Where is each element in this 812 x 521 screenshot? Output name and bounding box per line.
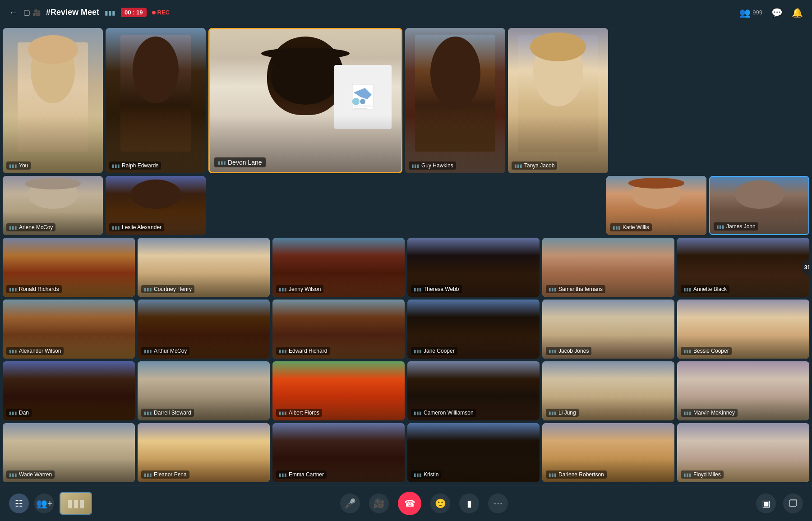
name-samantha: Samantha fernans [558, 286, 603, 292]
tile-ralph[interactable]: ▮▮▮ Ralph Edwards [106, 28, 206, 173]
tile-katie[interactable]: ▮▮▮ Katie Willis [606, 176, 706, 235]
label-tanya: ▮▮▮ Tanya Jacob [512, 161, 557, 170]
name-you: You [19, 162, 28, 169]
chat-button[interactable]: 💬 [771, 7, 783, 18]
rec-badge: REC [152, 9, 170, 16]
name-emma: Emma Cartner [289, 471, 324, 478]
tile-alex[interactable]: ▮▮▮ Alexander Wilson [3, 300, 135, 359]
name-theresa: Theresa Webb [424, 286, 459, 292]
svg-point-1 [352, 98, 360, 105]
thumbnail-inner: ▮▮▮ [60, 493, 91, 514]
thumbnail-preview[interactable]: ▮▮▮ [60, 492, 92, 515]
tile-jacob[interactable]: ▮▮▮ Jacob Jones [542, 300, 674, 359]
camera-icon-small: 🎥 [33, 9, 41, 16]
grid-icon: ☷ [15, 498, 23, 509]
label-you: ▮▮▮ You [6, 161, 31, 170]
add-participant-icon: 👥+ [36, 498, 53, 509]
camera-icon: 🎥 [374, 498, 385, 509]
name-jane: Jane Cooper [424, 348, 455, 354]
tile-li[interactable]: ▮▮▮ Li Jung [542, 361, 674, 420]
label-li: ▮▮▮ Li Jung [546, 409, 579, 417]
layout-button[interactable]: ▣ [756, 493, 776, 513]
tile-arthur[interactable]: ▮▮▮ Arthur McCoy [138, 300, 270, 359]
tile-samantha[interactable]: ▮▮▮ Samantha fernans [542, 238, 674, 297]
tile-albert[interactable]: ▮▮▮ Albert Flores [272, 361, 405, 420]
tile-bessie[interactable]: ▮▮▮ Bessie Cooper [677, 300, 809, 359]
video-grid: ▮▮▮ You ▮▮▮ Ralph Edwards [0, 25, 812, 485]
tile-darrell[interactable]: ▮▮▮ Darrell Steward [138, 361, 270, 420]
tile-courtney[interactable]: ▮▮▮ Courtney Henry [138, 238, 270, 297]
signal-annette: ▮▮▮ [683, 287, 692, 292]
signal-arthur: ▮▮▮ [144, 349, 152, 354]
signal-wade: ▮▮▮ [9, 472, 17, 477]
share-button[interactable]: ▮ [459, 493, 479, 513]
tile-jenny[interactable]: ▮▮▮ Jenny Wilson [272, 238, 405, 297]
signal-ralph: ▮▮▮ [112, 163, 120, 168]
name-jacob: Jacob Jones [558, 348, 589, 354]
bottom-center-controls: 🎤 🎥 ☎ 🙂 ▮ ⋯ [340, 492, 508, 515]
tile-emma[interactable]: ▮▮▮ Emma Cartner [272, 423, 405, 482]
camera-button[interactable]: 🎥 [369, 493, 389, 513]
label-samantha: ▮▮▮ Samantha fernans [546, 285, 605, 293]
emoji-icon: 🙂 [435, 498, 446, 509]
tile-jane[interactable]: ▮▮▮ Jane Cooper [407, 300, 540, 359]
name-li: Li Jung [558, 410, 576, 416]
mic-icon: 🎤 [345, 498, 356, 509]
row-4: ▮▮▮ Alexander Wilson ▮▮▮ Arthur McCoy ▮▮… [3, 300, 809, 359]
participants-button[interactable]: 👥 999 [739, 7, 762, 18]
tile-marvin[interactable]: ▮▮▮ Marvin McKinney [677, 361, 809, 420]
label-dan: ▮▮▮ Dan [6, 409, 32, 417]
more-options-button[interactable]: ⋯ [488, 493, 508, 513]
label-arlene: ▮▮▮ Arlene McCoy [6, 223, 55, 231]
signal-eleanor: ▮▮▮ [144, 472, 152, 477]
tile-arlene[interactable]: ▮▮▮ Arlene McCoy [3, 176, 103, 235]
back-button[interactable]: ← [9, 7, 18, 18]
fullscreen-button[interactable]: ❐ [783, 493, 803, 513]
label-ralph: ▮▮▮ Ralph Edwards [109, 161, 161, 170]
name-edward: Edward Richard [289, 348, 327, 354]
fullscreen-icon: ❐ [789, 498, 797, 509]
signal-katie: ▮▮▮ [613, 225, 621, 230]
signal-bessie: ▮▮▮ [683, 349, 692, 354]
mic-button[interactable]: 🎤 [340, 493, 360, 513]
bottom-right-controls: ▣ ❐ [756, 493, 803, 513]
tile-floyd[interactable]: ▮▮▮ Floyd Miles [677, 423, 809, 482]
grid-view-button[interactable]: ☷ [9, 493, 29, 513]
tile-leslie[interactable]: ▮▮▮ Leslie Alexander [106, 176, 206, 235]
tile-wade[interactable]: ▮▮▮ Wade Warren [3, 423, 135, 482]
row-5: ▮▮▮ Dan ▮▮▮ Darrell Steward ▮▮▮ Albert F… [3, 361, 809, 420]
participants-icon: 👥 [739, 7, 751, 18]
tile-cameron[interactable]: ▮▮▮ Cameron Williamson [407, 361, 540, 420]
tile-theresa[interactable]: ▮▮▮ Theresa Webb [407, 238, 540, 297]
tile-ronald[interactable]: ▮▮▮ Ronald Richards [3, 238, 135, 297]
end-call-icon: ☎ [404, 498, 415, 509]
tile-kristin[interactable]: ▮▮▮ Kristin [407, 423, 540, 482]
tile-darlene[interactable]: ▮▮▮ Darlene Robertson [542, 423, 674, 482]
name-annette: Annette Black [693, 286, 727, 292]
tile-tanya[interactable]: ▮▮▮ Tanya Jacob [508, 28, 608, 173]
label-annette: ▮▮▮ Annette Black [681, 285, 729, 293]
add-participant-button[interactable]: 👥+ [34, 493, 54, 513]
name-guy: Guy Hawkins [421, 162, 453, 169]
meeting-title: #Review Meet [46, 8, 99, 17]
label-marvin: ▮▮▮ Marvin McKinney [681, 409, 738, 417]
more-button-top[interactable]: 🔔 [792, 7, 803, 18]
emoji-button[interactable]: 🙂 [430, 493, 450, 513]
signal-darrell: ▮▮▮ [144, 410, 152, 415]
label-wade: ▮▮▮ Wade Warren [6, 470, 55, 479]
tile-guy[interactable]: ▮▮▮ Guy Hawkins [405, 28, 505, 173]
tile-james[interactable]: ▮▮▮ James John [709, 176, 809, 235]
tile-dan[interactable]: ▮▮▮ Dan [3, 361, 135, 420]
name-jenny: Jenny Wilson [289, 286, 321, 292]
end-call-button[interactable]: ☎ [398, 492, 421, 515]
signal-li: ▮▮▮ [549, 410, 557, 415]
signal-arlene: ▮▮▮ [9, 225, 17, 230]
signal-courtney: ▮▮▮ [144, 287, 152, 292]
name-ralph: Ralph Edwards [122, 162, 158, 169]
tile-annette[interactable]: ▮▮▮ Annette Black 31▶ [677, 238, 809, 297]
tile-eleanor[interactable]: ▮▮▮ Eleanor Pena [138, 423, 270, 482]
tile-edward[interactable]: ▮▮▮ Edward Richard [272, 300, 405, 359]
share-icon: ▮ [467, 498, 472, 509]
tile-you[interactable]: ▮▮▮ You [3, 28, 103, 173]
tile-devon[interactable]: ▮▮▮ Devon Lane [208, 28, 402, 173]
